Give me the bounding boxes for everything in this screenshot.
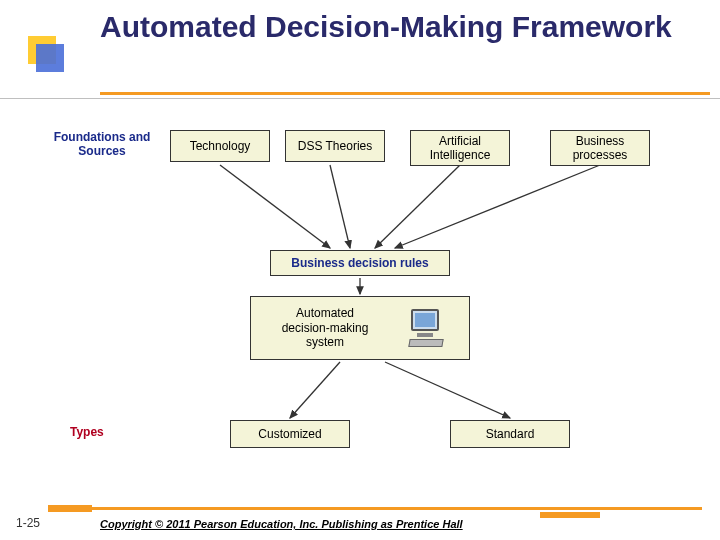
svg-line-5 — [290, 362, 340, 418]
footer-line-icon — [92, 507, 702, 510]
svg-line-0 — [220, 165, 330, 248]
box-technology: Technology — [170, 130, 270, 162]
slide-title: Automated Decision-Making Framework — [100, 10, 672, 45]
box-standard: Standard — [450, 420, 570, 448]
box-customized: Customized — [230, 420, 350, 448]
footer-accent2-icon — [540, 512, 600, 518]
system-text-line2: decision-making — [265, 321, 385, 335]
title-underline-icon — [100, 92, 710, 95]
system-text-group: Automated decision-making system — [265, 306, 385, 349]
diagram: Foundations and Sources Types Technology… — [40, 130, 700, 490]
title-underline-secondary-icon — [0, 98, 720, 99]
page-number: 1-25 — [16, 516, 40, 530]
rules-text: Business decision rules — [291, 256, 428, 270]
footer-accent-icon — [48, 505, 92, 512]
slide: Automated Decision-Making Framework Foun… — [0, 0, 720, 540]
computer-icon — [411, 309, 439, 331]
svg-line-3 — [395, 165, 600, 248]
title-bullet-icon — [28, 36, 56, 64]
system-text-line1: Automated — [265, 306, 385, 320]
copyright-text: Copyright © 2011 Pearson Education, Inc.… — [100, 518, 463, 530]
box-business-decision-rules: Business decision rules — [270, 250, 450, 276]
system-text-line3: system — [265, 335, 385, 349]
box-business-processes: Business processes — [550, 130, 650, 166]
types-label: Types — [70, 425, 104, 439]
svg-line-2 — [375, 165, 460, 248]
svg-line-1 — [330, 165, 350, 248]
footer: 1-25 Copyright © 2011 Pearson Education,… — [0, 504, 720, 540]
box-artificial-intelligence: Artificial Intelligence — [410, 130, 510, 166]
box-dss-theories: DSS Theories — [285, 130, 385, 162]
foundations-label: Foundations and Sources — [52, 130, 152, 159]
box-automated-system: Automated decision-making system — [250, 296, 470, 360]
svg-line-6 — [385, 362, 510, 418]
